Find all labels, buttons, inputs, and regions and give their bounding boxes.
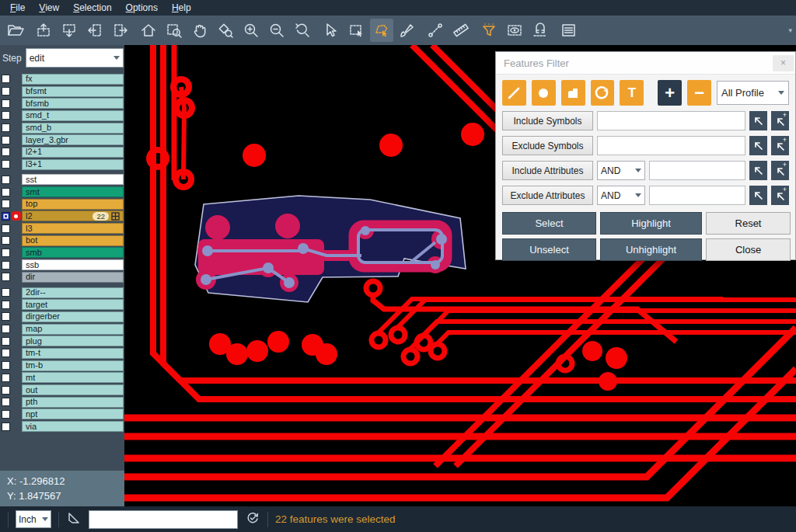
layer-visibility-checkbox[interactable]: [2, 111, 10, 120]
layer-name[interactable]: mt: [22, 372, 124, 383]
layer-row-plug[interactable]: plug: [0, 335, 124, 347]
layer-visibility-checkbox[interactable]: [2, 212, 10, 221]
layer-visibility-checkbox[interactable]: [2, 261, 10, 269]
exclude-attributes-operator-select[interactable]: AND: [597, 186, 645, 205]
filter-lines-toggle[interactable]: [502, 80, 526, 106]
layer-visibility-checkbox[interactable]: [2, 249, 10, 257]
refresh-status-button[interactable]: [245, 510, 260, 529]
layer-row-sst[interactable]: sst: [0, 174, 124, 186]
exclude-symbols-input[interactable]: [597, 136, 745, 155]
layer-name[interactable]: layer_3.gbr: [22, 134, 124, 145]
pcb-canvas[interactable]: Features Filter × T + − All Profile: [124, 45, 796, 506]
layer-name[interactable]: 2dir--: [22, 287, 124, 298]
pan-left-button[interactable]: [83, 19, 106, 42]
pick-add-attribute-button[interactable]: +: [771, 186, 789, 205]
layer-row-l3[interactable]: l3: [0, 222, 124, 235]
menu-view[interactable]: View: [32, 1, 66, 15]
layer-row-ssb[interactable]: ssb: [0, 259, 124, 271]
layer-name[interactable]: l2 22: [22, 210, 124, 221]
select-rectangle-button[interactable]: [344, 19, 368, 42]
exclude-symbols-button[interactable]: Exclude Symbols: [502, 136, 593, 155]
layer-row-fx[interactable]: fx: [0, 73, 124, 85]
pick-attribute-button[interactable]: [749, 186, 767, 205]
filter-positive-mode-button[interactable]: +: [658, 80, 682, 106]
close-button[interactable]: Close: [706, 238, 791, 261]
include-attributes-operator-select[interactable]: AND: [597, 161, 645, 180]
corner-snap-button[interactable]: [66, 510, 82, 529]
highlight-button[interactable]: Highlight: [600, 212, 702, 235]
layer-name[interactable]: fx: [22, 74, 124, 85]
layer-visibility-checkbox[interactable]: [2, 148, 10, 156]
layer-name[interactable]: tm-b: [22, 360, 124, 371]
layer-visibility-checkbox[interactable]: [2, 236, 10, 245]
layer-row-l3+1[interactable]: l3+1: [0, 158, 124, 171]
toolbar-overflow-chevron[interactable]: ▾: [788, 26, 792, 34]
layer-visibility-checkbox[interactable]: [2, 325, 10, 333]
layer-name[interactable]: smd_t: [22, 110, 124, 121]
layer-row-l2[interactable]: l2 22: [0, 210, 124, 223]
select-button[interactable]: Select: [502, 212, 596, 235]
view-options-button[interactable]: [503, 19, 526, 42]
layer-row-out[interactable]: out: [0, 384, 124, 396]
layer-visibility-checkbox[interactable]: [2, 188, 10, 196]
layer-visibility-checkbox[interactable]: [2, 273, 10, 281]
layer-visibility-checkbox[interactable]: [2, 422, 10, 431]
layer-row-pth[interactable]: pth: [0, 396, 124, 409]
zoom-window-button[interactable]: [162, 19, 186, 42]
layer-visibility-checkbox[interactable]: [2, 136, 10, 144]
layer-row-bfsmt[interactable]: bfsmt: [0, 85, 124, 98]
menu-options[interactable]: Options: [119, 1, 165, 15]
filter-arcs-toggle[interactable]: [591, 80, 615, 106]
layer-name[interactable]: sst: [22, 174, 124, 185]
layer-visibility-checkbox[interactable]: [2, 337, 10, 346]
filter-pads-toggle[interactable]: [532, 80, 556, 106]
step-select[interactable]: edit: [26, 48, 124, 68]
filter-negative-mode-button[interactable]: −: [687, 80, 711, 106]
layer-name[interactable]: l2+1: [22, 147, 124, 158]
layer-name[interactable]: smd_b: [22, 123, 124, 134]
profile-select[interactable]: All Profile: [717, 81, 789, 105]
layer-row-2dir--[interactable]: 2dir--: [0, 287, 124, 299]
layer-name[interactable]: target: [22, 299, 124, 310]
layer-name[interactable]: via: [22, 421, 124, 432]
layer-row-layer_3.gbr[interactable]: layer_3.gbr: [0, 134, 124, 146]
home-view-button[interactable]: [137, 19, 160, 42]
unhighlight-button[interactable]: Unhighlight: [600, 238, 702, 261]
pick-add-symbol-button[interactable]: +: [771, 136, 789, 155]
unselect-button[interactable]: Unselect: [502, 238, 596, 261]
layer-row-via[interactable]: via: [0, 420, 124, 433]
layer-visibility-checkbox[interactable]: [2, 398, 10, 406]
layer-visibility-checkbox[interactable]: [2, 361, 10, 370]
layer-visibility-checkbox[interactable]: [2, 349, 10, 357]
layer-visibility-checkbox[interactable]: [2, 99, 10, 108]
select-pointer-button[interactable]: [319, 19, 342, 42]
layer-name[interactable]: bfsmt: [22, 86, 124, 97]
layer-row-dirgerber[interactable]: dirgerber: [0, 311, 124, 323]
layer-visibility-checkbox[interactable]: [2, 75, 10, 83]
pick-attribute-button[interactable]: [749, 161, 767, 180]
layer-row-mt[interactable]: mt: [0, 372, 124, 384]
layer-name[interactable]: bfsmb: [22, 98, 124, 109]
layer-row-bfsmb[interactable]: bfsmb: [0, 97, 124, 110]
layer-row-dir[interactable]: dir: [0, 271, 124, 283]
layer-row-tm-t[interactable]: tm-t: [0, 347, 124, 360]
zoom-in-button[interactable]: [239, 19, 263, 42]
layer-name[interactable]: dirgerber: [22, 311, 124, 322]
layer-name[interactable]: dir: [22, 272, 124, 283]
layer-visibility-checkbox[interactable]: [2, 312, 10, 321]
layer-row-npt[interactable]: npt: [0, 409, 124, 421]
layer-row-l2+1[interactable]: l2+1: [0, 146, 124, 158]
pan-right-button[interactable]: [109, 19, 132, 42]
layer-name[interactable]: smb: [22, 247, 124, 258]
dialog-title-bar[interactable]: Features Filter ×: [496, 52, 795, 75]
layer-visibility-checkbox[interactable]: [2, 288, 10, 297]
layer-name[interactable]: map: [22, 324, 124, 335]
layers-panel-button[interactable]: [557, 19, 580, 42]
menu-help[interactable]: Help: [165, 1, 198, 15]
layer-name[interactable]: top: [22, 199, 124, 210]
layer-name[interactable]: l3+1: [22, 159, 124, 170]
layer-row-smb[interactable]: smb: [0, 247, 124, 259]
layer-name[interactable]: npt: [22, 409, 124, 419]
layer-visibility-checkbox[interactable]: [2, 374, 10, 382]
layer-row-bot[interactable]: bot: [0, 235, 124, 247]
